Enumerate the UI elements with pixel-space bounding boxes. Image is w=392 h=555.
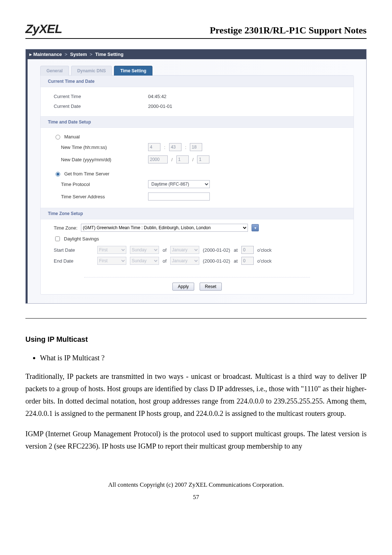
horizontal-rule [25, 318, 367, 319]
reset-button[interactable]: Reset [200, 283, 222, 291]
end-day-select[interactable]: Sunday [130, 257, 159, 265]
time-zone-label: Time Zone: [54, 225, 77, 231]
time-server-label: Get from Time Server [64, 171, 109, 177]
tab-time-setting[interactable]: Time Setting [114, 66, 152, 76]
oclock-label: o'clock [257, 247, 271, 253]
of-label: of [163, 247, 167, 253]
slash: / [171, 157, 173, 162]
start-hour-input[interactable] [241, 246, 254, 254]
breadcrumb-part: Time Setting [95, 52, 123, 57]
page-header: ZyXEL Prestige 2301R/RL-P1C Support Note… [25, 22, 367, 39]
at-label: at [234, 258, 238, 264]
at-label: at [234, 247, 238, 253]
current-time-label: Current Time [54, 94, 144, 99]
current-time-value: 04:45:42 [148, 94, 167, 99]
manual-label: Manual [64, 134, 80, 139]
start-date-text: (2000-01-02) [203, 247, 230, 253]
new-time-ss[interactable] [190, 143, 202, 151]
breadcrumb-sep: > [88, 52, 94, 57]
section-heading: Using IP Multicast [25, 335, 367, 344]
start-month-select[interactable]: January [170, 246, 199, 254]
doc-title: Prestige 2301R/RL-P1C Support Notes [210, 25, 367, 36]
breadcrumb-part: Maintenance [33, 52, 62, 57]
page-number: 57 [25, 494, 367, 501]
time-zone-select[interactable]: (GMT) Greenwich Mean Time : Dublin, Edin… [81, 224, 248, 232]
start-ord-select[interactable]: First [97, 246, 126, 254]
new-date-mm[interactable] [176, 155, 189, 163]
current-date-label: Current Date [54, 104, 144, 109]
new-date-dd[interactable] [197, 155, 209, 163]
start-date-label: Start Date [54, 247, 94, 253]
breadcrumb: ▸ Maintenance > System > Time Setting [26, 49, 366, 59]
end-month-select[interactable]: January [170, 257, 199, 265]
daylight-savings-checkbox[interactable] [55, 236, 60, 241]
footer-copyright: All contents Copyright (c) 2007 ZyXEL Co… [25, 481, 367, 489]
new-time-mm[interactable] [169, 143, 181, 151]
time-server-address-label: Time Server Address [54, 194, 144, 199]
end-ord-select[interactable]: First [97, 257, 126, 265]
tab-dynamic-dns[interactable]: Dynamic DNS [71, 66, 112, 76]
logo: ZyXEL [25, 22, 62, 36]
breadcrumb-sep: > [63, 52, 69, 57]
section-tz-title: Time Zone Setup [41, 208, 354, 219]
section-setup-title: Time and Date Setup [41, 116, 354, 128]
time-protocol-label: Time Protocol [54, 182, 144, 187]
tab-general[interactable]: General [40, 66, 69, 76]
slash: / [192, 157, 194, 162]
breadcrumb-part: System [70, 52, 87, 57]
colon: : [164, 145, 166, 150]
end-date-label: End Date [54, 258, 94, 264]
colon: : [185, 145, 187, 150]
tab-panel: Current Time and Date Current Time 04:45… [40, 75, 354, 295]
oclock-label: o'clock [257, 258, 271, 264]
end-hour-input[interactable] [241, 257, 254, 265]
divider [84, 277, 310, 278]
start-day-select[interactable]: Sunday [130, 246, 159, 254]
paragraph: IGMP (Internet Group Management Protocol… [25, 428, 367, 452]
time-protocol-select[interactable]: Daytime (RFC-867) [148, 180, 210, 188]
list-item: What is IP Multicast ? [40, 353, 367, 363]
time-server-address-input[interactable] [148, 193, 210, 200]
new-date-label: New Date (yyyy/mm/dd) [54, 157, 144, 162]
router-config-screenshot: ▸ Maintenance > System > Time Setting Ge… [25, 49, 367, 304]
radio-manual[interactable] [56, 135, 60, 139]
daylight-savings-label: Daylight Savings [64, 236, 99, 242]
of-label: of [163, 258, 167, 264]
new-date-yyyy[interactable] [148, 155, 168, 163]
section-current-title: Current Time and Date [41, 76, 354, 87]
new-time-hh[interactable] [148, 143, 160, 151]
tab-bar: General Dynamic DNS Time Setting [40, 66, 354, 76]
apply-button[interactable]: Apply [172, 283, 194, 291]
current-date-value: 2000-01-01 [148, 104, 172, 109]
paragraph: Traditionally, IP packets are transmitte… [25, 370, 367, 420]
end-date-text: (2000-01-02) [203, 258, 230, 264]
caret-right-icon: ▸ [29, 52, 32, 57]
radio-time-server[interactable] [56, 172, 60, 177]
new-time-label: New Time (hh:mm:ss) [54, 145, 144, 150]
bullet-list: What is IP Multicast ? [40, 353, 367, 363]
dropdown-arrow-icon[interactable]: ▾ [252, 224, 259, 231]
